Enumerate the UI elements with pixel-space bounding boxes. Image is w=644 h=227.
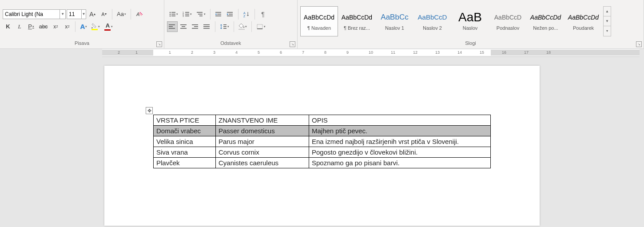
multilevel-button[interactable]: ▾ xyxy=(195,9,207,20)
gallery-more-icon[interactable]: ▾ xyxy=(604,26,611,36)
shrink-font-button[interactable]: A▾ xyxy=(99,9,109,20)
table-row[interactable]: PlavčekCyanistes caeruleusSpoznamo ga po… xyxy=(154,158,491,168)
dec-indent-button[interactable] xyxy=(213,9,224,20)
svg-rect-15 xyxy=(199,16,203,16)
font-name-input[interactable] xyxy=(3,10,60,19)
svg-point-5 xyxy=(170,15,171,16)
dialog-launcher-icon[interactable]: ↘ xyxy=(290,41,295,47)
group-font: ▼ ▼ A▴ A▾ Aa▾ A K L P▾ abc x xyxy=(0,0,164,48)
page[interactable]: ✥ VRSTA PTICEZNANSTVENO IMEOPISDomači vr… xyxy=(104,66,540,226)
table-cell[interactable]: Majhen ptič pevec. xyxy=(309,126,491,136)
style-item-4[interactable]: AaBNaslov xyxy=(451,6,489,36)
styles-gallery: AaBbCcDd¶ NavadenAaBbCcDd¶ Brez raz...Aa… xyxy=(300,6,641,36)
table-header-cell[interactable]: VRSTA PTICE xyxy=(154,115,216,126)
sort-button[interactable]: AZ xyxy=(241,9,252,20)
svg-text:A: A xyxy=(243,12,246,15)
table-cell[interactable]: Domači vrabec xyxy=(154,126,216,136)
svg-rect-10 xyxy=(185,14,189,15)
align-left-button[interactable] xyxy=(167,21,178,32)
text-effects-button[interactable]: A▾ xyxy=(78,21,89,32)
svg-rect-41 xyxy=(257,28,262,29)
font-color-button[interactable]: A▾ xyxy=(103,21,115,32)
table-row[interactable]: Siva vranaCorvus cornixPogosto gnezdijo … xyxy=(154,147,491,158)
change-case-button[interactable]: Aa▾ xyxy=(115,9,128,20)
style-item-7[interactable]: AaBbCcDdPoudarek xyxy=(564,6,602,36)
svg-rect-2 xyxy=(171,12,175,13)
gallery-scroll[interactable]: ▲▼▾ xyxy=(603,6,611,36)
horizontal-ruler[interactable]: 21123456789101112131415161718 xyxy=(102,49,640,57)
svg-rect-37 xyxy=(223,26,227,27)
font-size-input[interactable] xyxy=(67,10,81,19)
shading-button[interactable]: ▾ xyxy=(237,21,249,32)
table-cell[interactable]: Parus major xyxy=(216,136,309,147)
align-center-button[interactable] xyxy=(179,21,189,32)
table-cell[interactable]: Spoznamo ga po pisani barvi. xyxy=(309,158,491,168)
dialog-launcher-icon[interactable]: ↘ xyxy=(156,41,162,47)
table-cell[interactable]: Corvus cornix xyxy=(216,147,309,158)
table-cell[interactable]: Cyanistes caeruleus xyxy=(216,158,309,168)
gallery-up-icon[interactable]: ▲ xyxy=(604,7,611,16)
chevron-down-icon[interactable]: ▼ xyxy=(81,10,86,19)
align-right-button[interactable] xyxy=(190,21,201,32)
font-name-combo[interactable]: ▼ xyxy=(3,9,66,19)
inc-indent-button[interactable] xyxy=(225,9,235,20)
numbering-button[interactable]: 123▾ xyxy=(181,9,194,20)
table-header-cell[interactable]: OPIS xyxy=(309,115,491,126)
svg-point-3 xyxy=(170,13,171,14)
pilcrow-button[interactable]: ¶ xyxy=(258,9,268,20)
svg-rect-33 xyxy=(203,24,210,25)
style-item-2[interactable]: AaBbCcNaslov 1 xyxy=(376,6,413,36)
svg-text:3: 3 xyxy=(183,15,184,17)
gallery-down-icon[interactable]: ▼ xyxy=(604,16,611,26)
chevron-down-icon[interactable]: ▼ xyxy=(60,10,65,19)
svg-rect-13 xyxy=(197,12,203,13)
group-label-font: Pisava ↘ xyxy=(0,39,164,48)
table-cell[interactable]: Ena izmed najbolj razširjenih vrst ptiča… xyxy=(309,136,491,147)
dialog-launcher-icon[interactable]: ↘ xyxy=(636,41,642,47)
svg-rect-28 xyxy=(182,26,185,27)
table-row[interactable]: Domači vrabecPasser domesticusMajhen pti… xyxy=(154,126,491,136)
style-item-3[interactable]: AaBbCcDNaslov 2 xyxy=(413,6,451,36)
table-header-cell[interactable]: ZNANSTVENO IME xyxy=(216,115,309,126)
group-styles: AaBbCcDd¶ NavadenAaBbCcDd¶ Brez raz...Aa… xyxy=(298,0,644,48)
table-move-handle-icon[interactable]: ✥ xyxy=(146,107,153,114)
table-cell[interactable]: Siva vrana xyxy=(154,147,216,158)
svg-rect-21 xyxy=(227,16,233,16)
grow-font-button[interactable]: A▴ xyxy=(87,9,98,20)
bold-button[interactable]: K xyxy=(3,21,13,32)
table-cell[interactable]: Passer domesticus xyxy=(216,126,309,136)
svg-rect-24 xyxy=(169,24,175,25)
font-size-combo[interactable]: ▼ xyxy=(67,9,86,19)
table-header-row[interactable]: VRSTA PTICEZNANSTVENO IMEOPIS xyxy=(154,115,491,126)
superscript-button[interactable]: x2 xyxy=(62,21,72,32)
bullets-button[interactable]: ▾ xyxy=(167,9,180,20)
subscript-button[interactable]: x2 xyxy=(50,21,61,32)
table-cell[interactable]: Plavček xyxy=(154,158,216,168)
svg-rect-16 xyxy=(215,12,221,13)
line-spacing-button[interactable]: ▾ xyxy=(218,21,231,32)
strike-button[interactable]: abc xyxy=(37,21,49,32)
group-paragraph: ▾ 123▾ ▾ AZ ¶ ▾ xyxy=(164,0,298,48)
highlight-button[interactable]: ▾ xyxy=(90,21,102,32)
clear-format-button[interactable]: A xyxy=(134,9,145,20)
svg-rect-20 xyxy=(229,14,233,15)
svg-rect-34 xyxy=(203,26,210,27)
birds-table[interactable]: VRSTA PTICEZNANSTVENO IMEOPISDomači vrab… xyxy=(153,115,491,168)
italic-button[interactable]: L xyxy=(14,21,25,32)
table-cell[interactable]: Pogosto gnezdijo v človekovi bližini. xyxy=(309,147,491,158)
style-item-0[interactable]: AaBbCcDd¶ Navaden xyxy=(300,6,338,36)
svg-rect-18 xyxy=(215,16,221,16)
style-item-5[interactable]: AaBbCcDPodnaslov xyxy=(489,6,527,36)
style-item-6[interactable]: AaBbCcDdNežen po... xyxy=(527,6,564,36)
style-item-1[interactable]: AaBbCcDd¶ Brez raz... xyxy=(338,6,376,36)
svg-text:Z: Z xyxy=(243,15,246,17)
svg-rect-35 xyxy=(203,28,210,29)
svg-rect-8 xyxy=(185,12,189,13)
underline-button[interactable]: P▾ xyxy=(26,21,36,32)
borders-button[interactable]: ▾ xyxy=(254,21,267,32)
table-row[interactable]: Velika sinicaParus majorEna izmed najbol… xyxy=(154,136,491,147)
svg-rect-30 xyxy=(192,24,198,25)
ribbon: ▼ ▼ A▴ A▾ Aa▾ A K L P▾ abc x xyxy=(0,0,644,49)
table-cell[interactable]: Velika sinica xyxy=(154,136,216,147)
justify-button[interactable] xyxy=(202,21,212,32)
